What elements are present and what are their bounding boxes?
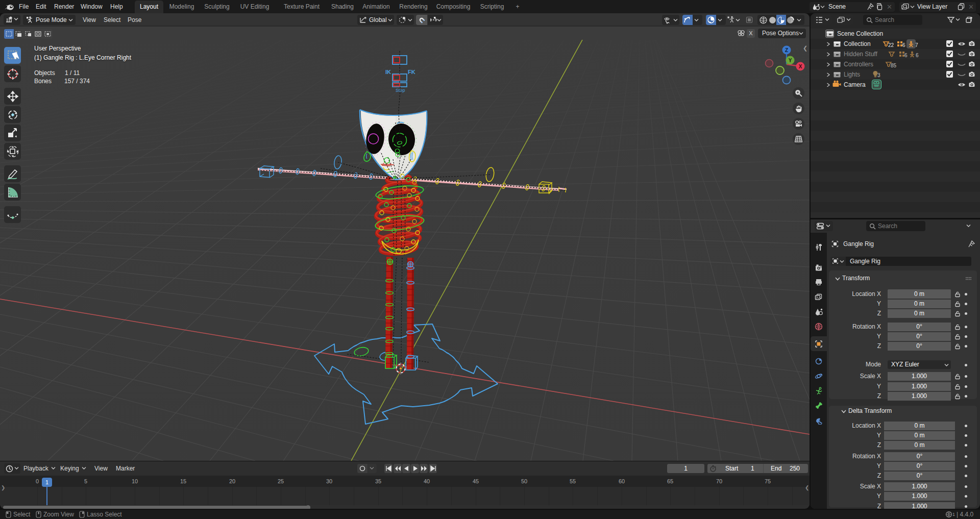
svg-text:Z: Z <box>785 47 788 53</box>
svg-text:X: X <box>799 64 802 69</box>
svg-text:IK: IK <box>385 69 391 75</box>
svg-text:FK: FK <box>408 69 415 75</box>
svg-text:Y: Y <box>789 58 792 63</box>
